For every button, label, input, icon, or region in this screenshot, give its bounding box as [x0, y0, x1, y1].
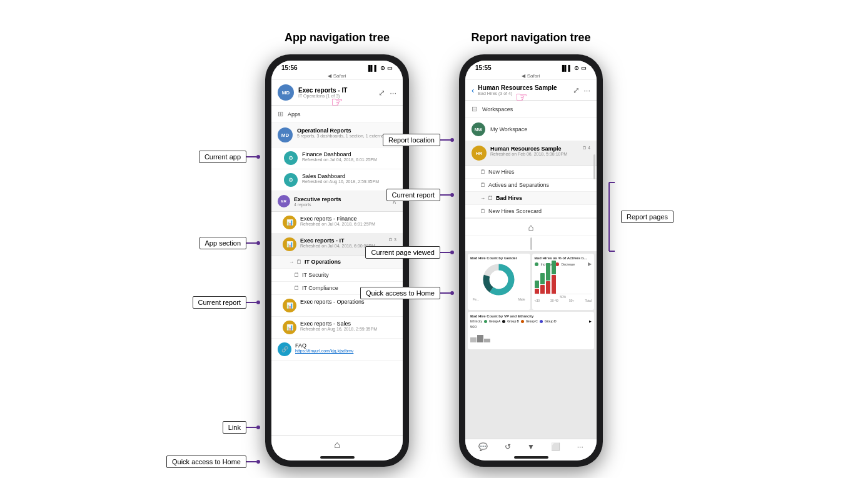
toolbar-filter-icon[interactable]: ▼: [527, 442, 535, 451]
callout-current-report-left: Current report: [135, 296, 260, 309]
finance-dashboard-item[interactable]: ⚙ Finance Dashboard Refreshed on Jul 04,…: [271, 147, 403, 169]
callout-home-left: Quick access to Home: [123, 456, 260, 468]
hr-title: Human Resources Sample: [490, 146, 578, 152]
finance-avatar: ⚙: [284, 151, 298, 165]
toolbar-undo-icon[interactable]: ↺: [505, 442, 511, 451]
home-row-right[interactable]: ⌂: [465, 218, 597, 236]
report-toolbar[interactable]: 💬 ↺ ▼ ⬜ ···: [465, 439, 597, 454]
callout-label: Quick access to Home: [166, 456, 246, 468]
it-security-sub[interactable]: 🗒 IT Security: [271, 269, 403, 282]
page-icon-2: 🗒: [294, 272, 300, 278]
page-scorecard[interactable]: 🗒 New Hires Scorecard: [465, 205, 597, 218]
back-icon-right[interactable]: ‹: [472, 86, 474, 95]
page-icon-3: 🗒: [294, 285, 300, 291]
new-hires-label: New Hires: [488, 169, 515, 175]
right-phone-frame: 15:55 ▐▌▌ ⊙ ▭ ◀ Safari: [459, 54, 603, 467]
signal-icon: ▐▌▌: [366, 65, 378, 71]
finance-subtitle: Refreshed on Jul 04, 2018, 6:01:25PM: [302, 157, 377, 162]
battery-icon: ▭: [387, 65, 393, 71]
browser-label-right: ◀ Safari: [522, 73, 540, 79]
more-icon-right[interactable]: ···: [583, 86, 590, 95]
workspaces-label: Workspaces: [482, 106, 513, 112]
report-pages-label: Report pages: [621, 211, 674, 223]
status-bar-right: 15:55 ▐▌▌ ⊙ ▭: [465, 61, 597, 72]
page-bad-hires[interactable]: → 🗒 Bad Hires: [465, 192, 597, 205]
page-new-hires[interactable]: 🗒 New Hires: [465, 166, 597, 179]
scorecard-label: New Hires Scorecard: [488, 208, 542, 214]
callout-label: Link: [223, 421, 246, 434]
page-icon-bh: 🗒: [488, 195, 493, 201]
exec-sales-item[interactable]: 📊 Exec reports - Sales Refreshed on Aug …: [271, 317, 403, 339]
chart2-title: Bad Hires as % of Actives b...: [535, 256, 592, 260]
page-icon-sc: 🗒: [480, 208, 486, 214]
callout-home-right: Quick access to Home: [307, 287, 454, 299]
exec-section-sub: 4 reports: [294, 202, 341, 207]
two-column-layout: App navigation tree Current app App sect…: [19, 25, 849, 467]
callout-report-location: Report location: [316, 134, 454, 146]
faq-link-item[interactable]: 🔗 FAQ https://tinyurl.com/kjg,kjsdbmv: [271, 339, 403, 361]
wifi-icon: ⊙: [380, 65, 385, 71]
current-report-label: Current report: [386, 189, 440, 201]
chart3-title: Bad Hire Count by VP and Ethnicity: [470, 314, 592, 318]
arrow-right-r: →: [480, 196, 485, 201]
bad-hires-label: Bad Hires: [496, 195, 522, 201]
right-section: Report navigation tree Report location C…: [459, 31, 603, 467]
status-bar-left: 15:56 ▐▌▌ ⊙ ▭: [271, 61, 403, 72]
legend-decrease: Decrease: [562, 262, 575, 266]
right-title: Report navigation tree: [471, 31, 590, 44]
left-phone-row: Current app App section Current report: [265, 54, 409, 467]
exec-ops-avatar: 📊: [283, 299, 296, 312]
exec-sales-sub: Refreshed on Aug 16, 2018, 2:59:35PM: [300, 327, 377, 331]
page-icon-as: 🗒: [480, 182, 486, 188]
grid-icon: ⊞: [278, 110, 283, 118]
exec-finance-item[interactable]: 📊 Exec reports - Finance Refreshed on Ju…: [271, 212, 403, 234]
toolbar-layout-icon[interactable]: ⬜: [551, 442, 560, 451]
exec-ops-title: Exec reports - Operations: [300, 299, 365, 305]
home-bar-left[interactable]: ⌂: [271, 435, 403, 454]
right-phone-screen: 15:55 ▐▌▌ ⊙ ▭ ◀ Safari: [465, 61, 597, 461]
home-icon-left[interactable]: ⌂: [334, 439, 340, 451]
report-header[interactable]: ‹ Human Resources Sample Bad Hires (3 of…: [465, 80, 597, 101]
bottom-chart-panel: Bad Hire Count by VP and Ethnicity Ethni…: [468, 312, 594, 349]
more-icon-left[interactable]: ···: [390, 88, 396, 97]
chart1-title: Bad Hire Count by Gender: [470, 256, 528, 260]
expand-icon-right[interactable]: ⤢: [573, 86, 580, 95]
current-page-label: Current page viewed: [365, 246, 440, 259]
page-container: App navigation tree Current app App sect…: [0, 12, 868, 478]
left-phone-frame: 15:56 ▐▌▌ ⊙ ▭ ◀ Safari: [265, 54, 409, 467]
arrow-right-icon: →: [289, 259, 294, 265]
exec-sales-avatar: 📊: [283, 321, 296, 334]
hr-sample-item[interactable]: HR Human Resources Sample Refreshed on F…: [465, 141, 597, 166]
report-pages-list: 🗒 New Hires 🗒 Actives and Separations: [465, 166, 597, 218]
exec-section-avatar: ER: [278, 195, 290, 207]
status-icons-right: ▐▌▌ ⊙ ▭: [560, 65, 587, 71]
my-workspace-label: My Workspace: [490, 126, 527, 132]
expand-icon-left[interactable]: ⤢: [378, 88, 385, 97]
page-actives[interactable]: 🗒 Actives and Separations: [465, 179, 597, 192]
workspaces-row[interactable]: ⊟ Workspaces: [465, 101, 597, 118]
callout-link: Link: [135, 421, 260, 434]
my-workspace-row[interactable]: MW My Workspace: [465, 118, 597, 141]
faq-url[interactable]: https://tinyurl.com/kjg,kjsdbmv: [295, 349, 353, 353]
exec-it-title: Exec reports - IT: [300, 237, 385, 244]
sales-dashboard-item[interactable]: ⚙ Sales Dashboard Refreshed on Aug 16, 2…: [271, 169, 403, 191]
callout-app-section: App section: [135, 237, 260, 249]
home-right-label: Quick access to Home: [360, 287, 440, 299]
page-icon: 🗒: [296, 259, 302, 265]
hr-sub: Refreshed on Feb 06, 2018, 5:38:10PM: [490, 152, 578, 156]
exec-finance-sub: Refreshed on Jul 04, 2018, 6:01:25PM: [300, 222, 396, 226]
sales-avatar: ⚙: [284, 173, 298, 187]
mw-avatar: MW: [472, 122, 485, 136]
sales-title: Sales Dashboard: [302, 173, 379, 179]
home-icon-right[interactable]: ⌂: [528, 222, 533, 232]
toolbar-more-icon[interactable]: ···: [577, 442, 583, 451]
exec-finance-avatar: 📊: [283, 216, 296, 229]
workspaces-icon: ⊟: [472, 105, 477, 113]
sales-subtitle: Refreshed on Aug 16, 2018, 2:59:35PM: [302, 179, 379, 184]
hr-avatar: HR: [472, 146, 487, 161]
it-security-label: IT Security: [302, 272, 329, 278]
safari-bar-left: ◀ Safari: [271, 72, 403, 80]
toolbar-comment-icon[interactable]: 💬: [478, 442, 488, 451]
left-phone-screen: 15:56 ▐▌▌ ⊙ ▭ ◀ Safari: [271, 61, 403, 461]
nav-content-left: ⊞ Apps MD Operational Reports 5 reports,…: [271, 106, 403, 435]
